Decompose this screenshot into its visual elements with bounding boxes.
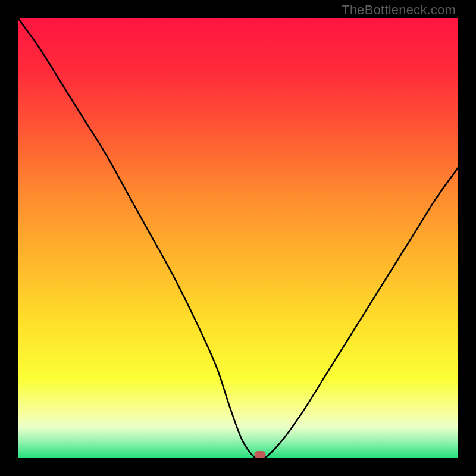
plot-area <box>18 18 458 458</box>
watermark-text: TheBottleneck.com <box>342 2 456 18</box>
svg-rect-0 <box>18 18 458 458</box>
optimal-marker <box>255 451 266 458</box>
background-gradient <box>18 18 458 458</box>
chart-frame: TheBottleneck.com <box>0 0 476 476</box>
